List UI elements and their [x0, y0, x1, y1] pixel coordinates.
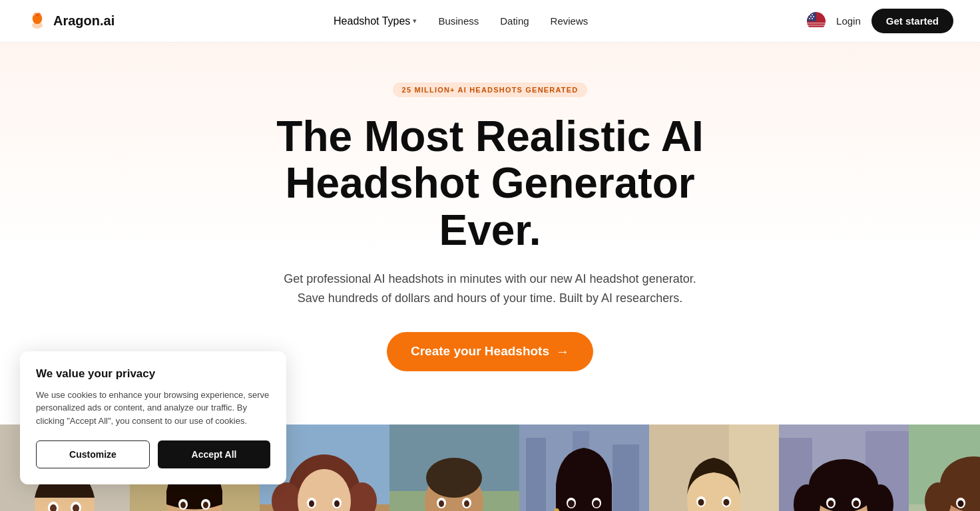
svg-point-45: [426, 458, 482, 498]
svg-point-28: [203, 502, 208, 508]
hero-headline: The Most Realistic AI Headshot Generator…: [230, 113, 750, 254]
svg-point-39: [309, 500, 314, 507]
headshot-types-label: Headshot Types: [334, 15, 410, 27]
customize-button[interactable]: Customize: [36, 440, 150, 468]
cookie-buttons: Customize Accept All: [36, 440, 270, 468]
svg-rect-3: [807, 21, 826, 23]
chevron-down-icon: ▾: [413, 17, 417, 25]
accept-all-button[interactable]: Accept All: [158, 440, 270, 468]
nav-dating[interactable]: Dating: [500, 15, 529, 27]
logo-icon: [27, 11, 48, 32]
svg-point-61: [593, 500, 600, 507]
svg-point-8: [810, 16, 812, 17]
svg-rect-55: [612, 444, 639, 511]
svg-point-6: [809, 14, 810, 15]
photo-card-5: AI GENERATED: [519, 425, 649, 511]
hero-headline-line1: The Most Realistic AI: [276, 112, 703, 160]
logo[interactable]: Aragon.ai: [27, 11, 115, 32]
hero-section: 25 MILLION+ AI HEADSHOTS GENERATED The M…: [0, 43, 980, 398]
svg-point-73: [724, 499, 730, 506]
photo-card-6: AI GENERATED: [649, 425, 779, 511]
svg-point-27: [180, 502, 186, 508]
hero-subtext: Get professional AI headshots in minutes…: [277, 269, 703, 308]
svg-point-11: [812, 18, 813, 19]
svg-point-40: [334, 500, 340, 507]
svg-rect-4: [807, 23, 826, 25]
svg-rect-5: [807, 25, 826, 27]
navbar: Aragon.ai Headshot Types ▾ Business Dati…: [0, 0, 980, 43]
svg-point-97: [958, 500, 964, 507]
nav-headshot-types[interactable]: Headshot Types ▾: [334, 15, 417, 27]
svg-point-10: [809, 18, 810, 19]
svg-point-49: [439, 500, 444, 507]
nav-right: Login Get started: [807, 9, 953, 33]
photo-card-8: [909, 425, 980, 511]
nav-reviews[interactable]: Reviews: [551, 15, 589, 27]
cookie-title: We value your privacy: [36, 367, 270, 381]
hero-headline-line2: Headshot Generator Ever.: [285, 159, 694, 254]
svg-point-9: [813, 16, 814, 17]
photo-card-4: [389, 425, 519, 511]
hero-badge: 25 MILLION+ AI HEADSHOTS GENERATED: [393, 83, 588, 97]
svg-point-50: [464, 500, 469, 507]
photo-card-7: AI GENERATED: [779, 425, 909, 511]
arrow-icon: →: [556, 344, 569, 359]
flag-icon[interactable]: [807, 12, 826, 31]
svg-point-72: [698, 499, 704, 506]
svg-rect-53: [526, 438, 546, 511]
svg-point-86: [828, 500, 834, 507]
logo-text: Aragon.ai: [53, 13, 115, 29]
nav-links: Headshot Types ▾ Business Dating Reviews: [334, 15, 588, 27]
svg-point-87: [854, 500, 859, 507]
cookie-banner: We value your privacy We use cookies to …: [20, 351, 286, 485]
get-started-button[interactable]: Get started: [871, 9, 953, 33]
nav-business[interactable]: Business: [438, 15, 479, 27]
login-button[interactable]: Login: [836, 15, 861, 27]
create-headshots-button[interactable]: Create your Headshots →: [387, 332, 593, 371]
cta-label: Create your Headshots: [411, 344, 549, 359]
svg-point-60: [568, 500, 575, 507]
svg-point-7: [812, 14, 813, 15]
cookie-body: We use cookies to enhance your browsing …: [36, 389, 270, 428]
